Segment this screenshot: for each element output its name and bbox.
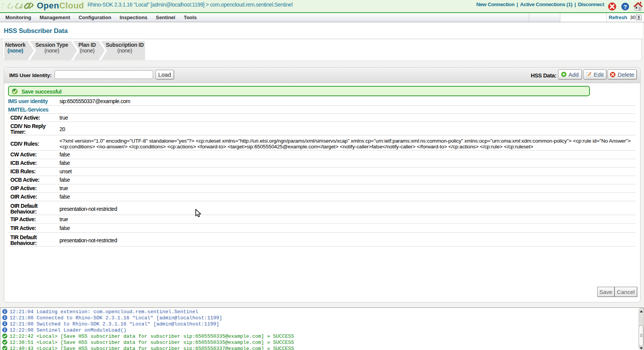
svg-text:?: ?: [623, 3, 627, 10]
